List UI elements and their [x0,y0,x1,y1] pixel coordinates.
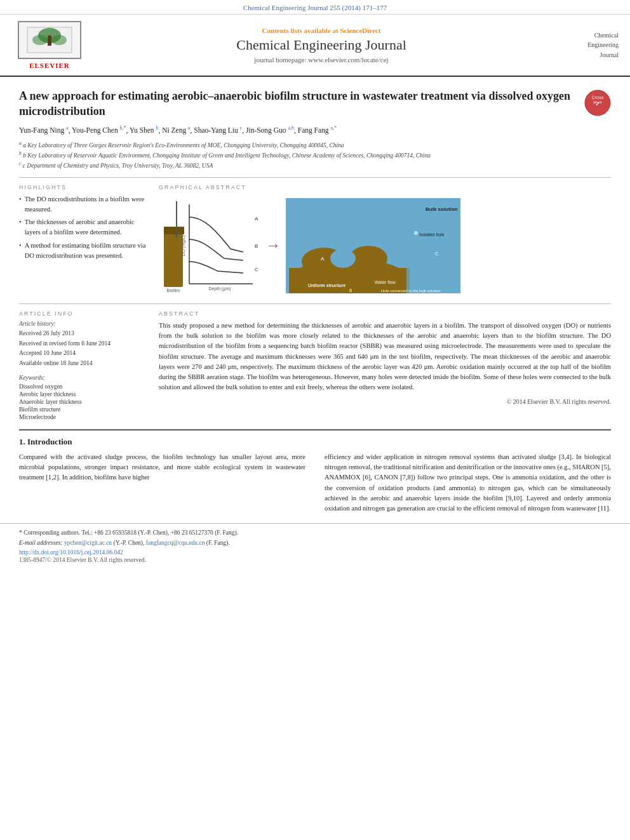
doi-line[interactable]: http://dx.doi.org/10.1016/j.cej.2014.06.… [19,549,611,556]
highlight-item-3: A method for estimating biofilm structur… [19,241,147,261]
highlight-item-1: The DO microdistributions in a biofilm w… [19,194,147,215]
keyword-4: Biofilm structure [19,406,147,413]
svg-text:Isolated hole: Isolated hole [419,232,445,237]
email-link-2[interactable]: fangfangcq@cqu.edu.cn [146,540,205,546]
svg-text:Bulk solution: Bulk solution [426,206,458,212]
intro-right-para: efficiency and wider application in nitr… [325,452,611,514]
keyword-2: Aerobic layer thickness [19,391,147,397]
journal-citation: Chemical Engineering Journal 255 (2014) … [243,4,387,11]
article-title: A new approach for estimating aerobic–an… [19,88,584,119]
footnote-email: E-mail addresses: ypchen@cigit.ac.cn (Y.… [19,539,611,547]
elsevier-logo: ELSEVIER [11,21,88,69]
accepted-date: Accepted 10 June 2014 [19,349,147,358]
svg-rect-2 [48,36,51,46]
highlights-list: The DO microdistributions in a biofilm w… [19,194,147,261]
ga-chart-area: DO (mg/L) A B C Depth (μm) Biofilm [159,198,260,293]
affiliation-c: c c Department of Chemistry and Physics,… [19,160,611,170]
svg-text:C: C [435,251,439,257]
top-bar: Chemical Engineering Journal 255 (2014) … [0,0,630,15]
center-info: Contents lists available at ScienceDirec… [88,27,555,63]
graphical-abstract-label: GRAPHICAL ABSTRACT [159,184,611,190]
svg-point-26 [330,249,356,268]
elsevier-logo-image [18,21,81,59]
svg-rect-27 [406,198,460,293]
svg-rect-10 [164,227,184,234]
svg-point-4 [51,35,67,45]
divider-1 [19,177,611,178]
svg-text:C: C [255,267,258,272]
svg-text:Cross: Cross [592,95,604,100]
received-date: Received 26 July 2013 [19,330,147,338]
svg-text:DO (mg/L): DO (mg/L) [181,236,186,257]
intro-left-para: Compared with the activated sludge proce… [19,452,305,483]
svg-text:Hole connected to the bulk sol: Hole connected to the bulk solution [381,289,440,293]
abstract-text: This study proposed a new method for det… [159,321,611,393]
divider-2 [19,303,611,304]
bottom-divider [19,429,611,430]
ga-chart-svg: DO (mg/L) A B C Depth (μm) Biofilm [161,198,259,293]
svg-text:B: B [255,243,258,249]
highlight-item-2: The thicknesses of aerobic and anaerobic… [19,217,147,237]
svg-text:A: A [255,216,258,222]
affiliation-b: b b Key Laboratory of Reservoir Aquatic … [19,150,611,160]
science-direct-link[interactable]: ScienceDirect [340,27,380,34]
graphical-abstract-container: DO (mg/L) A B C Depth (μm) Biofilm [159,194,611,297]
abstract-label: ABSTRACT [159,310,611,317]
keyword-3: Anaerobic layer thickness [19,399,147,405]
svg-text:B: B [349,288,352,293]
journal-title-main: Chemical Engineering Journal [88,37,555,53]
article-history-title: Article history: [19,321,147,327]
highlights-label: HIGHLIGHTS [19,184,147,190]
journal-header: ELSEVIER Contents lists available at Sci… [0,15,630,77]
keyword-1: Dissolved oxygen [19,383,147,390]
svg-text:Mark: Mark [593,100,602,104]
available-online-date: Available online 18 June 2014 [19,359,147,368]
svg-rect-9 [164,230,183,287]
journal-homepage: journal homepage: www.elsevier.com/locat… [88,56,555,63]
right-logo-text: ChemicalEngineeringJournal [555,30,619,60]
ga-arrow: → [265,237,281,254]
keywords-title: Keywords: [19,375,147,381]
footnote-area: * Corresponding authors. Tel.: +86 23 65… [0,523,630,564]
copyright-line: © 2014 Elsevier B.V. All rights reserved… [159,398,611,405]
affiliations: a a Key Laboratory of Three Gorges Reser… [19,140,611,171]
svg-text:Uniform structure: Uniform structure [308,283,345,288]
crossmark-badge: ✓ Cross Mark [584,90,611,116]
footnote-corresponding: * Corresponding authors. Tel.: +86 23 65… [19,529,611,537]
svg-text:A: A [321,256,325,262]
affiliation-a: a a Key Laboratory of Three Gorges Reser… [19,140,611,150]
keyword-5: Microelectrode [19,414,147,420]
svg-text:Water flow: Water flow [375,280,396,284]
authors-line: Yun-Fang Ning a, You-Peng Chen b,*, Yu S… [19,124,611,136]
svg-point-3 [32,35,48,45]
svg-text:Depth (μm): Depth (μm) [208,286,231,291]
article-info-label: ARTICLE INFO [19,310,147,317]
elsevier-brand: ELSEVIER [29,62,70,69]
ga-biofilm-visual: Bulk solution Isolated hole Uniform stru… [286,198,460,293]
email-link-1[interactable]: ypchen@cigit.ac.cn [64,540,112,546]
intro-heading: 1. Introduction [19,437,611,447]
issn-line: 1385-8947/© 2014 Elsevier B.V. All right… [19,557,611,563]
right-journal-label: ChemicalEngineeringJournal [587,32,619,58]
keywords-section: Keywords: Dissolved oxygen Aerobic layer… [19,375,147,420]
science-direct-info: Contents lists available at ScienceDirec… [88,27,555,34]
svg-text:Biofilm: Biofilm [166,288,180,293]
received-revised-date: Received in revised form 6 June 2014 [19,340,147,349]
svg-point-30 [413,230,419,236]
